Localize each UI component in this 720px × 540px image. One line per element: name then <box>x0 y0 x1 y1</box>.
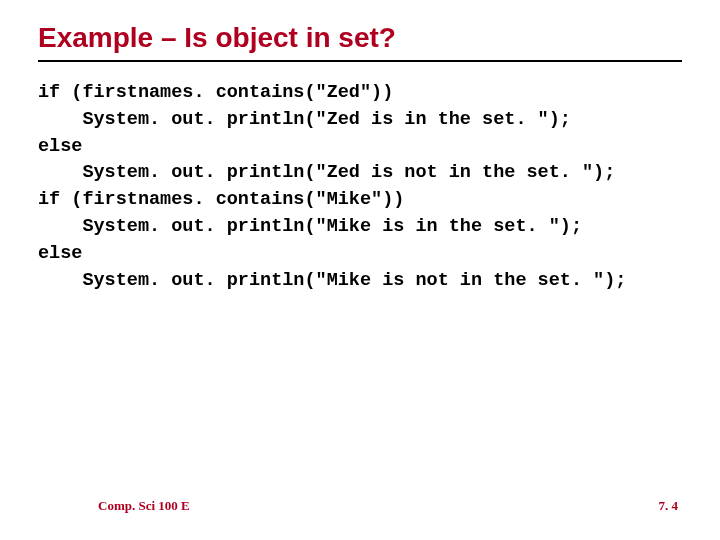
footer-page-number: 7. 4 <box>659 498 679 514</box>
slide-title: Example – Is object in set? <box>38 22 682 54</box>
footer-course: Comp. Sci 100 E <box>98 498 190 514</box>
code-block: if (firstnames. contains("Zed")) System.… <box>38 80 682 295</box>
slide: Example – Is object in set? if (firstnam… <box>0 0 720 540</box>
title-divider <box>38 60 682 62</box>
